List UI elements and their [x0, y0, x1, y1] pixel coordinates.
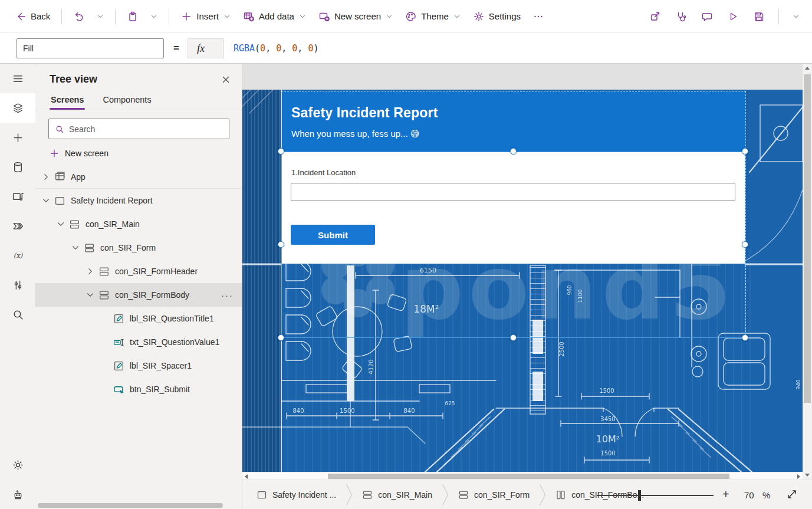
zoom-slider-track[interactable]: [597, 495, 714, 496]
virtual-agents-icon: [12, 488, 24, 501]
tree-chevron-icon[interactable]: [41, 196, 51, 205]
scroll-left-arrow[interactable]: [245, 474, 248, 479]
selection-handle[interactable]: [742, 334, 748, 341]
variables-icon: (x): [12, 249, 24, 262]
selection-handle[interactable]: [278, 241, 284, 248]
tree-item-con_SIR_Form[interactable]: con_SIR_Form: [35, 236, 242, 260]
command-bar: BackInsertAdd dataNew screenThemeSetting…: [0, 0, 812, 33]
form-body-container[interactable]: 1.Incident Location Submit: [282, 152, 745, 264]
tree-chevron-icon[interactable]: [86, 267, 95, 276]
breadcrumb-item-1[interactable]: con_SIR_Main: [353, 490, 442, 500]
selection-handle[interactable]: [742, 241, 748, 248]
new-screen-tree-button[interactable]: New screen: [35, 144, 242, 164]
breadcrumb-item-2[interactable]: con_SIR_Form: [449, 490, 539, 500]
tree-item-txt_SIR_QuestionValue1[interactable]: txt_SIR_QuestionValue1: [35, 330, 242, 354]
selection-handle[interactable]: [278, 334, 284, 341]
tree-item-con_SIR_Main[interactable]: con_SIR_Main: [35, 212, 242, 236]
comments-button[interactable]: [696, 7, 718, 26]
canvas-horizontal-scrollbar[interactable]: [242, 472, 803, 480]
tree-item-con_SIR_FormBody[interactable]: con_SIR_FormBody···: [35, 283, 242, 307]
save-menu-chevron[interactable]: [787, 9, 805, 24]
canvas-vscrollbar-thumb[interactable]: [804, 74, 811, 403]
theme-button[interactable]: Theme: [400, 7, 466, 26]
form-header-container[interactable]: Safety Incident Report When you mess up,…: [282, 91, 745, 152]
property-selector-value: Fill: [23, 44, 34, 53]
selection-handle[interactable]: [742, 148, 748, 155]
add-data-button[interactable]: Add data: [238, 7, 312, 26]
selection-handle[interactable]: [510, 334, 517, 341]
more-commands-button[interactable]: [527, 7, 550, 26]
tree-chevron-icon[interactable]: [71, 243, 80, 252]
scroll-right-arrow[interactable]: [797, 474, 800, 479]
rail-item-tree-view[interactable]: [0, 93, 35, 123]
tree-item-label: lbl_SIR_Spacer1: [130, 361, 192, 370]
tree-view-icon: [12, 102, 24, 114]
submit-button[interactable]: Submit: [291, 225, 375, 245]
preview-button[interactable]: [722, 7, 744, 26]
tree-panel-hscrollbar-thumb[interactable]: [38, 503, 223, 508]
tree-chevron-icon[interactable]: [86, 290, 95, 300]
undo-button[interactable]: [68, 7, 90, 26]
tree-chevron-icon[interactable]: [41, 172, 51, 182]
item-options-icon[interactable]: ···: [221, 290, 234, 300]
tree-item-lbl_SIR_QuestionTitle1[interactable]: lbl_SIR_QuestionTitle1: [35, 307, 242, 330]
rail-item-variables[interactable]: (x): [0, 241, 35, 270]
paste-menu-chevron[interactable]: [145, 9, 163, 24]
zoom-slider-thumb[interactable]: [638, 490, 641, 501]
selection-handle[interactable]: [278, 148, 284, 155]
breadcrumb-separator: [442, 484, 449, 506]
scroll-up-arrow[interactable]: [805, 67, 810, 70]
undo-menu-chevron[interactable]: [91, 9, 109, 24]
tree-item-lbl_SIR_Spacer1[interactable]: lbl_SIR_Spacer1: [35, 354, 242, 377]
rail-item-insert[interactable]: [0, 123, 35, 152]
rail-item-media[interactable]: [0, 182, 35, 211]
chevron-placeholder: [100, 361, 110, 370]
formula-input[interactable]: RGBA(0, 0, 0, 0): [234, 43, 319, 54]
tree-item-btn_SIR_Submit[interactable]: btn_SIR_Submit: [35, 377, 242, 401]
screen-icon: [257, 490, 267, 500]
property-selector[interactable]: Fill: [17, 38, 164, 58]
incident-location-input[interactable]: [291, 183, 735, 201]
selection-handle[interactable]: [510, 148, 517, 155]
close-icon[interactable]: [221, 74, 231, 85]
save-button[interactable]: [748, 7, 770, 26]
back-button[interactable]: Back: [9, 7, 55, 26]
fx-button[interactable]: fx: [188, 38, 224, 58]
tree-item-label: Safety Incident Report: [71, 196, 153, 205]
tree-item-Safety-Incident-Report[interactable]: Safety Incident Report: [35, 189, 242, 212]
tree-item-App[interactable]: App: [35, 165, 242, 189]
paste-button[interactable]: [121, 7, 144, 26]
tree-chevron-icon[interactable]: [56, 219, 65, 229]
container-icon: [69, 219, 80, 230]
app-checker-button[interactable]: [670, 7, 692, 26]
scroll-down-arrow[interactable]: [805, 474, 810, 477]
search-box[interactable]: [48, 119, 229, 139]
panel-title: Tree view: [50, 73, 97, 86]
rail-item-power-automate[interactable]: [0, 211, 35, 241]
plus-icon: [50, 149, 59, 158]
breadcrumb-label: con_SIR_Form: [474, 490, 530, 500]
tab-screens[interactable]: Screens: [50, 91, 85, 110]
fit-to-window-icon[interactable]: [786, 488, 798, 500]
search-input[interactable]: [69, 124, 223, 134]
share-button[interactable]: [644, 7, 666, 26]
rail-item-menu[interactable]: [0, 64, 35, 93]
tab-components[interactable]: Components: [101, 91, 152, 110]
canvas-vertical-scrollbar[interactable]: [803, 64, 812, 480]
formula-bar: Fill = fx RGBA(0, 0, 0, 0): [0, 34, 812, 64]
save-icon: [753, 11, 765, 22]
breadcrumb-item-0[interactable]: Safety Incident ...: [247, 490, 346, 500]
new-screen-button[interactable]: New screen: [313, 7, 399, 26]
settings-button[interactable]: Settings: [468, 7, 526, 26]
breadcrumb-label: con_SIR_Main: [378, 490, 432, 500]
play-icon: [727, 11, 739, 22]
zoom-in-button[interactable]: +: [722, 488, 729, 501]
rail-item-data[interactable]: [0, 152, 35, 182]
rail-item-settings[interactable]: [0, 450, 35, 480]
rail-item-advanced-tools[interactable]: [0, 270, 35, 300]
rail-item-virtual-agents[interactable]: [0, 480, 35, 509]
canvas-hscrollbar-thumb[interactable]: [328, 474, 729, 479]
rail-item-search[interactable]: [0, 300, 35, 329]
tree-item-con_SIR_FormHeader[interactable]: con_SIR_FormHeader: [35, 260, 242, 283]
insert-button[interactable]: Insert: [175, 7, 236, 26]
